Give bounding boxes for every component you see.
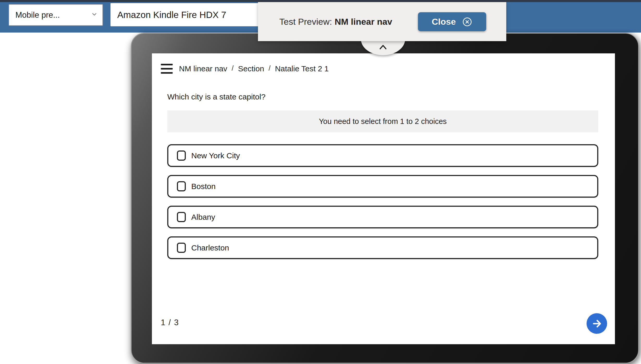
breadcrumb-test: NM linear nav (179, 64, 227, 73)
choice-label: New York City (191, 151, 240, 160)
checkbox-icon[interactable] (177, 181, 186, 191)
close-circle-icon (462, 17, 472, 27)
tablet-screen: NM linear nav / Section / Natalie Test 2… (152, 53, 615, 344)
breadcrumb: NM linear nav / Section / Natalie Test 2… (179, 63, 329, 74)
test-preview-banner: Test Preview:NM linear nav Close (258, 2, 506, 41)
breadcrumb-section: Section (238, 64, 264, 73)
browser-top-strip (0, 0, 641, 2)
banner-test-name: NM linear nav (335, 17, 392, 27)
close-button-label: Close (432, 17, 456, 27)
choice-option[interactable]: New York City (167, 144, 598, 167)
page-indicator: 1 / 3 (161, 318, 179, 327)
choice-label: Charleston (191, 243, 229, 252)
checkbox-icon[interactable] (177, 150, 186, 161)
choice-label: Albany (191, 213, 215, 222)
banner-title-prefix: Test Preview: (279, 17, 332, 27)
next-button[interactable] (587, 313, 607, 334)
breadcrumb-separator: / (232, 64, 234, 72)
choice-label: Boston (191, 182, 215, 191)
choice-option[interactable]: Charleston (167, 236, 598, 259)
selection-hint: You need to select from 1 to 2 choices (167, 110, 598, 132)
chevron-down-icon (91, 10, 98, 20)
hamburger-menu-icon[interactable] (161, 64, 173, 74)
preview-mode-select[interactable]: Mobile pre... (9, 4, 103, 26)
preview-mode-value: Mobile pre... (15, 10, 60, 20)
choice-option[interactable]: Albany (167, 206, 598, 228)
close-preview-button[interactable]: Close (418, 12, 486, 31)
checkbox-icon[interactable] (177, 212, 186, 222)
checkbox-icon[interactable] (177, 243, 186, 253)
choice-list: New York City Boston Albany Charleston (167, 144, 598, 267)
choice-option[interactable]: Boston (167, 175, 598, 198)
device-select-value: Amazon Kindle Fire HDX 7 (117, 10, 226, 20)
selection-hint-text: You need to select from 1 to 2 choices (319, 117, 447, 126)
breadcrumb-item: Natalie Test 2 1 (275, 64, 329, 73)
breadcrumb-separator: / (269, 64, 271, 72)
arrow-right-icon (591, 318, 603, 329)
question-text: Which city is a state capitol? (167, 92, 266, 101)
test-preview-page: Mobile pre... Amazon Kindle Fire HDX 7 N… (0, 0, 641, 364)
banner-title: Test Preview:NM linear nav (279, 17, 392, 27)
